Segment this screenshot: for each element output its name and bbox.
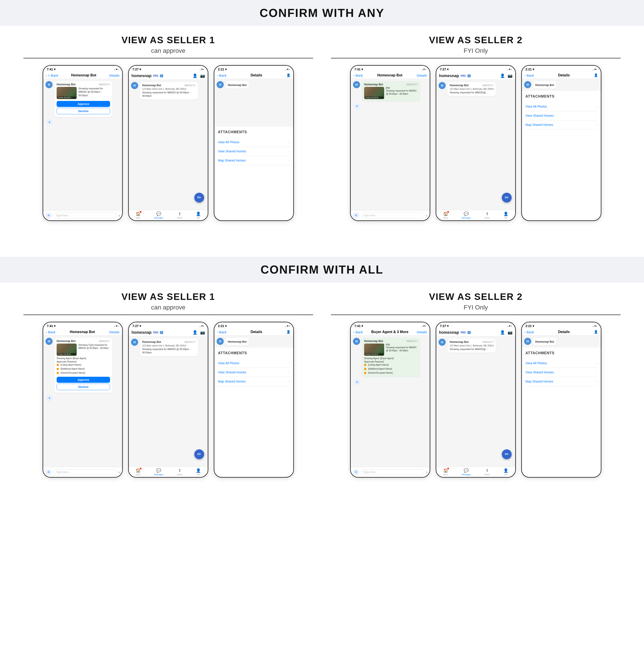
back-button[interactable]: ‹ Back — [46, 330, 56, 334]
details-link[interactable]: Details — [417, 73, 427, 77]
phone-s2b-p1: 7:41 ▾ ..▼▪ ‹ Back Buyer Agent & 3 More … — [350, 322, 430, 478]
map-shared-homes-link[interactable]: Map Shared Homes › — [218, 377, 290, 386]
add-attachment-button[interactable]: + — [353, 212, 359, 219]
back-button[interactable]: ‹ Back — [354, 330, 363, 334]
view-all-photos-link[interactable]: View All Photos › — [525, 359, 597, 368]
seller2-block-all: VIEW AS SELLER 2 FYI Only 7:41 ▾ ..▼▪ ‹ … — [331, 291, 621, 478]
compose-fab[interactable]: ✏ — [194, 450, 204, 459]
person-icon[interactable]: 👤 — [286, 73, 290, 77]
bot-avatar: H — [353, 81, 360, 88]
view-all-photos-link[interactable]: View All Photos › — [525, 102, 597, 111]
view-shared-homes-link[interactable]: View Shared Homes › — [525, 111, 597, 120]
add-attachment-button[interactable]: + — [45, 212, 52, 219]
back-button[interactable]: ‹ Back — [525, 73, 534, 77]
view-shared-homes-link[interactable]: View Shared Homes › — [218, 147, 290, 156]
view-shared-homes-link[interactable]: View Shared Homes › — [525, 368, 597, 377]
tab-store[interactable]: 🏠 Store — [443, 468, 448, 476]
tab-messages[interactable]: 💬 Messages — [154, 468, 163, 476]
person-icon[interactable]: 👤 — [594, 73, 598, 77]
dot-orange-2 — [57, 368, 59, 370]
add-to-chat-button[interactable]: + — [47, 119, 53, 125]
map-shared-homes-label: Map Shared Homes — [218, 159, 246, 162]
back-button[interactable]: ‹ Back — [217, 73, 226, 77]
person-icon[interactable]: 👤 — [192, 330, 197, 335]
tab-messages-label: Messages — [462, 473, 471, 476]
compose-fab[interactable]: ✏ — [502, 450, 512, 459]
message-input[interactable]: Type here... — [54, 213, 117, 218]
tab-messages[interactable]: 💬 Messages — [462, 468, 471, 476]
map-shared-homes-link[interactable]: Map Shared Homes › — [525, 120, 597, 129]
tab-share[interactable]: ⬆ Share — [177, 211, 182, 219]
details-link[interactable]: Details — [109, 330, 119, 334]
camera-icon[interactable]: 📷 — [200, 330, 205, 335]
message-input[interactable]: Type here... — [361, 469, 424, 475]
back-button[interactable]: ‹ Back — [217, 330, 226, 334]
camera-icon[interactable]: 📷 — [508, 73, 513, 78]
tab-me[interactable]: 👤 Me — [503, 211, 508, 219]
view-all-photos-link[interactable]: View All Photos › — [218, 359, 290, 368]
map-shared-homes-link[interactable]: Map Shared Homes › — [525, 377, 597, 386]
message-input[interactable]: Type here... — [54, 469, 117, 475]
back-button[interactable]: ‹ Back — [354, 73, 363, 77]
tab-me[interactable]: 👤 Me — [503, 468, 508, 476]
back-button[interactable]: ‹ < Back — [46, 73, 58, 77]
send-button[interactable]: › — [426, 470, 427, 474]
view-shared-homes-link[interactable]: View Shared Homes › — [218, 368, 290, 377]
tab-share[interactable]: ⬆ Share — [177, 468, 182, 476]
map-shared-homes-label: Map Shared Homes — [218, 380, 246, 383]
tab-me-label: Me — [504, 217, 508, 219]
person-icon[interactable]: 👤 — [500, 73, 505, 78]
person-icon[interactable]: 👤 — [500, 330, 505, 335]
signal-icons: ..▼▪ — [507, 68, 512, 71]
compose-fab[interactable]: ✏ — [194, 193, 204, 203]
person-icon[interactable]: 👤 — [192, 73, 197, 78]
showing-text: Showing requested for MM/DD@ ... — [450, 91, 494, 94]
back-button[interactable]: ‹ Back — [525, 330, 534, 334]
message-bubble: Homesnap Bot MM/DD/YY Omaha, NE 68132 — [54, 81, 112, 117]
dot-orange — [57, 364, 59, 366]
tab-store[interactable]: 🏠 Store — [443, 211, 448, 219]
homesnap-logo: homesnap PRO + — [439, 73, 471, 78]
send-button[interactable]: › — [119, 213, 120, 218]
view-all-photos-link[interactable]: View All Photos › — [218, 138, 290, 147]
time-label: 7:27 ▾ — [132, 67, 141, 71]
nav-bar: ‹ Back Details 👤 — [214, 329, 293, 336]
camera-icon[interactable]: 📷 — [200, 73, 205, 78]
add-to-chat-button[interactable]: + — [47, 395, 53, 401]
tab-store[interactable]: 🏠 Store — [136, 211, 141, 219]
details-link[interactable]: Details — [417, 330, 427, 334]
add-attachment-button[interactable]: + — [353, 469, 359, 475]
send-button[interactable]: › — [426, 213, 427, 218]
tab-share-label: Share — [177, 217, 182, 219]
tab-me[interactable]: 👤 Me — [196, 211, 201, 219]
bot-avatar: H — [217, 338, 224, 345]
badge — [447, 468, 449, 469]
tab-share[interactable]: ⬆ Share — [485, 211, 490, 219]
details-link[interactable]: Details — [109, 73, 119, 77]
view-shared-homes-label: View Shared Homes — [525, 371, 554, 374]
tab-me[interactable]: 👤 Me — [196, 468, 201, 476]
message-input[interactable]: Type here... — [361, 213, 424, 218]
add-to-chat-button[interactable]: + — [354, 103, 360, 110]
person-icon[interactable]: 👤 — [594, 330, 598, 334]
approve-button[interactable]: Approve — [57, 377, 110, 383]
compose-fab[interactable]: ✏ — [502, 193, 512, 203]
tab-store[interactable]: 🏠 Store — [136, 468, 141, 476]
add-to-chat-button[interactable]: + — [354, 379, 360, 385]
tab-messages[interactable]: 💬 Messages — [154, 211, 163, 219]
add-attachment-button[interactable]: + — [45, 469, 52, 475]
map-shared-homes-link[interactable]: Map Shared Homes › — [218, 156, 290, 165]
approve-button[interactable]: Approve — [57, 101, 110, 107]
listing-agent-item: [Listing Agent Name] — [61, 363, 81, 367]
person-icon[interactable]: 👤 — [286, 330, 290, 334]
decline-button[interactable]: Decline — [57, 384, 110, 390]
signal-icons: ..▼▪ — [285, 68, 290, 71]
decline-button[interactable]: Decline — [57, 108, 110, 114]
tab-messages[interactable]: 💬 Messages — [462, 211, 471, 219]
nav-bar: ‹ Back Details 👤 — [522, 329, 601, 336]
showing-text: Showing requested for MM/DD@ ... — [450, 347, 494, 351]
camera-icon[interactable]: 📷 — [508, 330, 513, 335]
homesnap-logo: homesnap PRO + — [131, 73, 163, 78]
send-button[interactable]: › — [119, 470, 120, 474]
tab-share[interactable]: ⬆ Share — [485, 468, 490, 476]
